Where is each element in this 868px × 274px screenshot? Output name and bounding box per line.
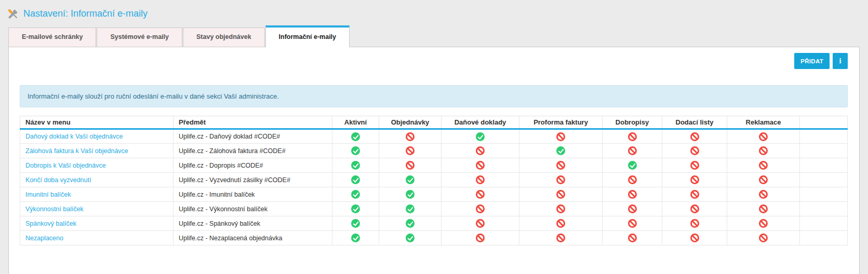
email-name-link[interactable]: Nezaplaceno: [25, 235, 63, 242]
status-cell: [442, 129, 519, 144]
status-cell: [379, 158, 442, 173]
tab-systemove-emaily[interactable]: Systémové e-maily: [97, 28, 182, 47]
email-name-link[interactable]: Dobropis k Vaší objednávce: [25, 162, 106, 169]
email-name-cell: Výkonnostní balíček: [20, 202, 173, 216]
status-cell: [379, 187, 442, 202]
email-name-cell: Zálohová faktura k Vaší objednávce: [20, 144, 173, 158]
status-cell: [662, 158, 727, 173]
status-cell: [519, 216, 603, 231]
tab-emailove-schranky[interactable]: E-mailové schránky: [8, 28, 96, 47]
email-name-cell: Dobropis k Vaší objednávce: [20, 158, 173, 173]
enabled-check-icon: [406, 234, 415, 242]
header-dodaci-listy: Dodací listy: [662, 116, 727, 129]
disabled-block-icon: [476, 234, 485, 242]
status-cell: [332, 173, 379, 187]
disabled-block-icon: [759, 219, 768, 228]
disabled-block-icon: [690, 234, 699, 242]
email-name-link[interactable]: Zálohová faktura k Vaší objednávce: [25, 147, 128, 155]
enabled-check-icon: [351, 146, 360, 155]
status-cell: [727, 158, 800, 173]
disabled-block-icon: [556, 175, 565, 184]
header-reklamace: Reklamace: [727, 116, 800, 129]
disabled-block-icon: [476, 204, 485, 213]
status-cell: [519, 158, 603, 173]
actions-cell: [800, 144, 848, 158]
disabled-block-icon: [759, 132, 768, 141]
enabled-check-icon: [406, 190, 415, 199]
tab-informacni-emaily[interactable]: Informační e-maily: [265, 25, 350, 47]
disabled-block-icon: [690, 219, 699, 228]
disabled-block-icon: [476, 190, 485, 199]
enabled-check-icon: [351, 204, 360, 213]
status-cell: [662, 129, 727, 144]
status-cell: [727, 144, 800, 158]
header-proforma-faktury: Proforma faktury: [519, 116, 603, 129]
enabled-check-icon: [628, 161, 637, 170]
disabled-block-icon: [690, 161, 699, 170]
status-cell: [603, 173, 662, 187]
disabled-block-icon: [406, 161, 415, 170]
disabled-block-icon: [628, 204, 637, 213]
email-name-link[interactable]: Končí doba vyzvednutí: [25, 176, 91, 184]
status-cell: [519, 129, 603, 144]
disabled-block-icon: [476, 219, 485, 228]
status-cell: [442, 158, 519, 173]
email-name-link[interactable]: Imunitní balíček: [25, 191, 71, 198]
disabled-block-icon: [556, 190, 565, 199]
status-cell: [442, 216, 519, 231]
disabled-block-icon: [759, 161, 768, 170]
email-name-link[interactable]: Spánkový balíček: [25, 220, 76, 227]
enabled-check-icon: [406, 204, 415, 213]
actions-cell: [800, 187, 848, 202]
info-message: Informační e-maily slouží pro ruční odes…: [20, 85, 848, 107]
status-cell: [332, 129, 379, 144]
email-subject: Uplife.cz - Daňový doklad #CODE#: [173, 129, 332, 144]
status-cell: [727, 231, 800, 245]
status-cell: [442, 173, 519, 187]
status-cell: [332, 231, 379, 245]
status-cell: [519, 231, 603, 245]
status-cell: [662, 173, 727, 187]
emails-table: Název v menu Předmět Aktivní Objednávky …: [20, 116, 848, 245]
disabled-block-icon: [628, 219, 637, 228]
status-cell: [332, 144, 379, 158]
status-cell: [603, 187, 662, 202]
email-subject: Uplife.cz - Nezaplacená objednávka: [173, 231, 332, 245]
status-cell: [603, 202, 662, 216]
email-name-cell: Daňový doklad k Vaší objednávce: [20, 129, 173, 144]
enabled-check-icon: [351, 132, 360, 141]
tab-stavy-objednavek[interactable]: Stavy objednávek: [183, 28, 265, 47]
disabled-block-icon: [759, 234, 768, 242]
disabled-block-icon: [476, 161, 485, 170]
disabled-block-icon: [628, 190, 637, 199]
disabled-block-icon: [690, 204, 699, 213]
status-cell: [519, 202, 603, 216]
email-name-link[interactable]: Daňový doklad k Vaší objednávce: [25, 133, 123, 140]
header-predmet: Předmět: [173, 116, 332, 129]
status-cell: [519, 187, 603, 202]
table-header-row: Název v menu Předmět Aktivní Objednávky …: [20, 116, 848, 129]
tab-bar: E-mailové schránky Systémové e-maily Sta…: [8, 25, 860, 47]
enabled-check-icon: [556, 146, 565, 155]
status-cell: [379, 202, 442, 216]
disabled-block-icon: [406, 132, 415, 141]
status-cell: [603, 144, 662, 158]
disabled-block-icon: [628, 234, 637, 242]
disabled-block-icon: [690, 190, 699, 199]
info-button[interactable]: i: [833, 53, 848, 69]
status-cell: [379, 144, 442, 158]
page-title: Nastavení: Informační e-maily: [23, 8, 148, 19]
status-cell: [662, 216, 727, 231]
email-name-cell: Imunitní balíček: [20, 187, 173, 202]
status-cell: [662, 187, 727, 202]
add-button[interactable]: PŘIDAT: [794, 53, 830, 69]
toolbar: PŘIDAT i: [20, 53, 848, 69]
email-subject: Uplife.cz - Dopropis #CODE#: [173, 158, 332, 173]
status-cell: [442, 202, 519, 216]
disabled-block-icon: [628, 175, 637, 184]
header-aktivni: Aktivní: [332, 116, 379, 129]
email-name-link[interactable]: Výkonnostní balíček: [25, 206, 84, 213]
enabled-check-icon: [476, 132, 485, 141]
content-panel: PŘIDAT i Informační e-maily slouží pro r…: [8, 47, 860, 274]
status-cell: [727, 202, 800, 216]
